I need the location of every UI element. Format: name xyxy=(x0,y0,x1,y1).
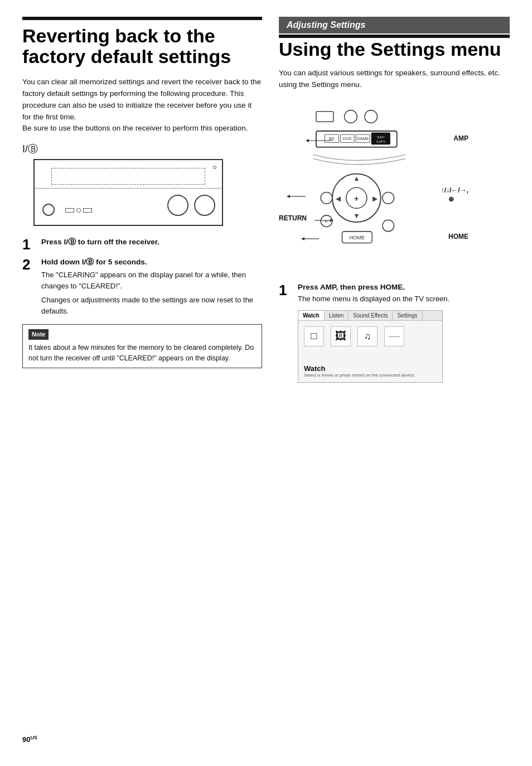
menu-icon-photo: 🖼 xyxy=(331,326,351,346)
small-rect-1 xyxy=(65,208,74,213)
svg-marker-32 xyxy=(330,219,333,222)
nav-arrows-label: ↑/↓/←/→, ⊕ xyxy=(441,186,468,204)
right-column: Adjusting Settings Using the Settings me… xyxy=(279,17,510,729)
home-menu-tabs: Watch Listen Sound Effects Settings xyxy=(298,311,442,321)
svg-marker-28 xyxy=(306,139,309,142)
step-2-title: Hold down I/Ⓑ for 5 seconds. xyxy=(41,257,262,267)
receiver-diagram xyxy=(33,159,223,226)
note-label: Note xyxy=(28,329,49,340)
small-rect-2 xyxy=(83,208,92,213)
amp-label: AMP xyxy=(453,134,468,142)
menu-watch-area: Watch Select a movie or photo stored on … xyxy=(304,364,415,378)
left-intro: You can clear all memorized settings and… xyxy=(22,76,262,135)
right-title: Using the Settings menu xyxy=(279,39,510,60)
svg-rect-0 xyxy=(316,112,333,122)
receiver-btn-1 xyxy=(167,195,188,216)
svg-point-2 xyxy=(365,110,378,123)
receiver-mid-line xyxy=(35,188,222,189)
small-circle-1 xyxy=(76,208,81,213)
remote-diagram-wrapper: BD DVD GAME SAT/ CATV ▲ ▼ ◀ ▶ xyxy=(279,100,468,273)
section-tag: Adjusting Settings xyxy=(279,17,510,33)
page-footer: 90US xyxy=(22,729,510,744)
note-box: Note It takes about a few minutes for th… xyxy=(22,324,262,368)
receiver-inner-box xyxy=(51,168,205,185)
step-1: 1 Press I/Ⓑ to turn off the receiver. xyxy=(22,237,262,252)
top-border-right xyxy=(279,35,510,38)
menu-icon-misc: —— xyxy=(384,326,404,346)
step-2-content: Hold down I/Ⓑ for 5 seconds. The "CLEARI… xyxy=(41,257,262,316)
menu-watch-title: Watch xyxy=(304,364,415,373)
step-2: 2 Hold down I/Ⓑ for 5 seconds. The "CLEA… xyxy=(22,257,262,316)
svg-marker-34 xyxy=(301,237,304,240)
home-menu-body: □ 🖼 ♫ —— xyxy=(298,321,442,349)
svg-marker-30 xyxy=(287,195,290,198)
tab-watch: Watch xyxy=(298,311,325,320)
right-intro: You can adjust various settings for spea… xyxy=(279,68,510,91)
page: Reverting back to the factory default se… xyxy=(0,0,532,766)
page-suffix: US xyxy=(30,735,37,740)
step-2-number: 2 xyxy=(22,257,36,272)
power-symbol: I/Ⓑ xyxy=(22,142,262,156)
receiver-btn-2 xyxy=(194,195,215,216)
tab-listen: Listen xyxy=(325,311,349,320)
step-2-body-1: The "CLEARING" appears on the display pa… xyxy=(41,269,262,291)
step-1-title: Press I/Ⓑ to turn off the receiver. xyxy=(41,237,262,247)
left-column: Reverting back to the factory default se… xyxy=(22,17,262,729)
page-number: 90 xyxy=(22,735,30,744)
receiver-dot xyxy=(213,166,216,169)
step-2-body-2: Changes or adjustments made to the setti… xyxy=(41,295,262,316)
receiver-small-icons xyxy=(65,208,92,213)
tab-settings: Settings xyxy=(393,311,422,320)
left-title: Reverting back to the factory default se… xyxy=(22,26,262,68)
step-1-number: 1 xyxy=(22,237,36,252)
menu-icon-watch: □ xyxy=(304,326,324,346)
home-label: HOME xyxy=(448,233,468,240)
step-1-content: Press I/Ⓑ to turn off the receiver. xyxy=(41,237,262,249)
top-border-left xyxy=(22,17,262,20)
menu-watch-subtitle: Select a movie or photo stored on the co… xyxy=(304,373,415,378)
svg-point-1 xyxy=(345,110,357,123)
return-label: RETURN xyxy=(279,214,307,222)
receiver-knob xyxy=(42,204,55,216)
menu-icon-music: ♫ xyxy=(357,326,378,346)
note-text: It takes about a few minutes for the mem… xyxy=(28,343,256,364)
home-menu-screenshot: Watch Listen Sound Effects Settings □ 🖼 … xyxy=(298,310,443,383)
tab-sound-effects: Sound Effects xyxy=(349,311,393,320)
